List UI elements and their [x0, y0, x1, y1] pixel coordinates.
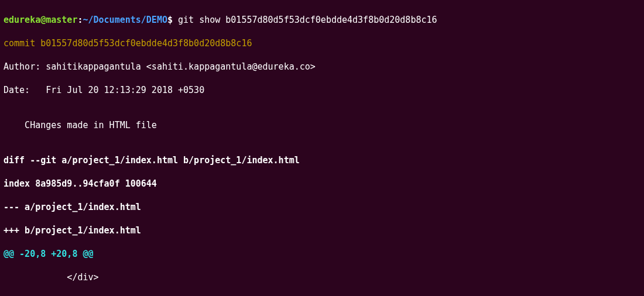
diff-header: diff --git a/project_1/index.html b/proj… — [4, 154, 640, 166]
commit-message: CHanges made in HTML file — [4, 119, 640, 131]
hunk-at1: @@ — [4, 249, 19, 259]
context-line: </div> — [4, 271, 640, 283]
prompt-path: ~/Documents/DEMO — [83, 15, 167, 25]
author-line: Author: sahitikappagantula <sahiti.kappa… — [4, 61, 640, 73]
hunk-header: @@ -20,8 +20,8 @@ — [4, 248, 640, 260]
terminal[interactable]: edureka@master:~/Documents/DEMO$ git sho… — [0, 0, 644, 296]
file-b: +++ b/project_1/index.html — [4, 225, 640, 236]
file-a: --- a/project_1/index.html — [4, 201, 640, 213]
prompt-dollar: $ — [167, 15, 173, 25]
command-text: git show b01557d80d5f53dcf0ebdde4d3f8b0d… — [173, 15, 437, 25]
commit-line: commit b01557d80d5f53dcf0ebdde4d3f8b0d20… — [4, 37, 640, 49]
prompt-user-host: edureka@master — [4, 15, 77, 25]
hunk-at2: @@ — [77, 249, 93, 259]
date-line: Date: Fri Jul 20 12:13:29 2018 +0530 — [4, 84, 640, 96]
index-line: index 8a985d9..94cfa0f 100644 — [4, 178, 640, 190]
hunk-range: -20,8 +20,8 — [19, 249, 77, 259]
prompt-line: edureka@master:~/Documents/DEMO$ git sho… — [4, 14, 640, 26]
